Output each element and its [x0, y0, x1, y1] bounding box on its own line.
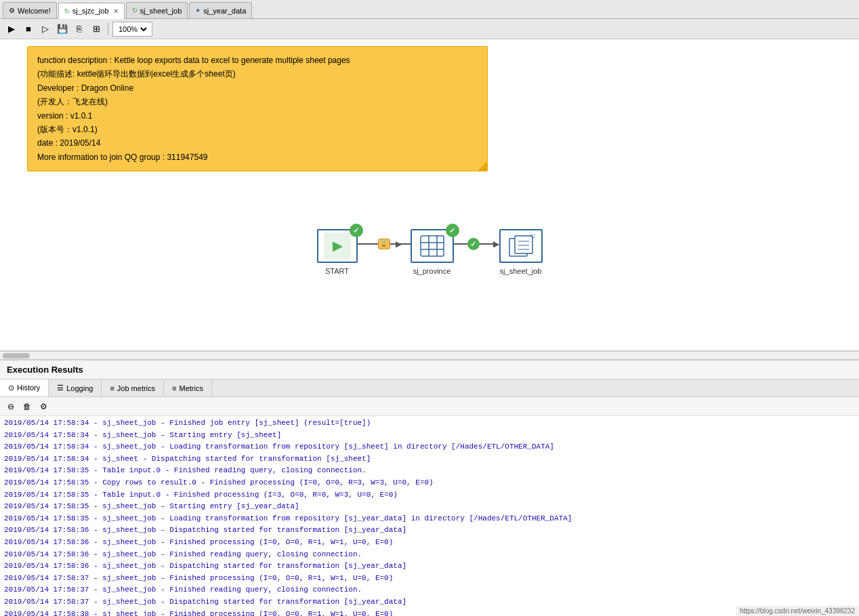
conn-line-2b [480, 243, 493, 245]
log-line-3: 2019/05/14 17:58:34 - sj_sheet - Dispatc… [4, 453, 855, 466]
job-metrics-tab-label: Job metrics [117, 384, 155, 392]
result-delete-button[interactable]: 🗑 [20, 400, 34, 413]
metrics-tab-label: Metrics [179, 384, 203, 392]
province-node[interactable]: ✓ sj_province [411, 229, 454, 275]
start-check-badge: ✓ [350, 224, 363, 237]
tab-bar: ⚙ Welcome! ↻ sj_sjzc_job ✕ ↻ sj_sheet_jo… [0, 0, 859, 19]
preview-button[interactable]: ▷ [38, 22, 53, 37]
desc-line6: (版本号：v1.0.1) [37, 123, 478, 136]
sheet-job-node-box: ⬡ [499, 229, 543, 263]
logging-tab-icon: ☰ [57, 384, 64, 392]
result-tabs: ⊙ History ☰ Logging ≡ Job metrics ≡ Metr… [0, 379, 859, 397]
log-line-11: 2019/05/14 17:58:36 - sj_sheet_job - Fin… [4, 549, 855, 561]
metrics-tab-icon: ≡ [172, 384, 176, 392]
connector-check: ✓ [467, 238, 480, 250]
log-line-9: 2019/05/14 17:58:36 - sj_sheet_job - Dis… [4, 525, 855, 537]
copy-button[interactable]: ⎘ [72, 22, 87, 37]
corner-fold [478, 161, 487, 171]
start-node-box: ▶ ✓ [317, 229, 358, 263]
province-node-box: ✓ [411, 229, 454, 263]
start-node[interactable]: ▶ ✓ START [317, 229, 358, 275]
sheet-tab-icon: ↻ [132, 7, 138, 14]
svg-rect-0 [421, 236, 444, 256]
tab-sjzc-close[interactable]: ✕ [113, 7, 119, 15]
log-line-0: 2019/05/14 17:58:34 - sj_sheet_job - Fin… [4, 417, 855, 430]
log-line-15: 2019/05/14 17:58:37 - sj_sheet_job - Dis… [4, 596, 855, 609]
tab-year-label: sj_year_data [203, 7, 246, 15]
tab-logging[interactable]: ☰ Logging [49, 379, 102, 396]
start-node-label: START [325, 267, 349, 275]
desc-line7: date : 2019/05/14 [37, 136, 478, 150]
toolbar-separator [108, 23, 108, 35]
result-settings-button[interactable]: ⚙ [37, 400, 50, 413]
log-line-12: 2019/05/14 17:58:36 - sj_sheet_job - Dis… [4, 560, 855, 573]
start-node-inner: ▶ [324, 232, 351, 260]
result-clear-button[interactable]: ⊖ [4, 400, 18, 413]
tab-sj-sheet-job[interactable]: ↻ sj_sheet_job [126, 2, 188, 18]
province-node-label: sj_province [413, 267, 451, 275]
execution-results: Execution Results ⊙ History ☰ Logging ≡ … [0, 359, 859, 616]
tab-sjzc-label: sj_sjzc_job [72, 7, 109, 15]
log-line-7: 2019/05/14 17:58:35 - sj_sheet_job - Sta… [4, 501, 855, 513]
toolbar: ▶ ■ ▷ 💾 ⎘ ⊞ 100% 50% 75% 125% 150% 200% [0, 19, 859, 39]
desc-line1: function description : Kettle loop expor… [37, 54, 478, 67]
log-line-5: 2019/05/14 17:58:35 - Copy rows to resul… [4, 477, 855, 489]
tab-metrics[interactable]: ≡ Metrics [164, 379, 212, 396]
log-line-4: 2019/05/14 17:58:35 - Table input.0 - Fi… [4, 465, 855, 477]
h-scrollbar[interactable] [0, 351, 859, 359]
settings-button[interactable]: ⊞ [89, 22, 104, 37]
sheet-job-node[interactable]: ⬡ sj_sheet_job [499, 229, 543, 275]
log-line-1: 2019/05/14 17:58:34 - sj_sheet_job - Sta… [4, 430, 855, 442]
tab-history[interactable]: ⊙ History [0, 379, 49, 396]
log-line-10: 2019/05/14 17:58:36 - sj_sheet_job - Fin… [4, 537, 855, 549]
log-line-13: 2019/05/14 17:58:37 - sj_sheet_job - Fin… [4, 573, 855, 585]
arrow-1: ▶ [396, 239, 402, 249]
tab-welcome-label: Welcome! [18, 7, 51, 15]
log-line-8: 2019/05/14 17:58:35 - sj_sheet_job - Loa… [4, 513, 855, 525]
tab-sj-sjzc-job[interactable]: ↻ sj_sjzc_job ✕ [58, 3, 125, 19]
province-icon [419, 234, 445, 258]
run-button[interactable]: ▶ [4, 22, 19, 37]
conn-line-1a [358, 243, 378, 245]
log-line-16: 2019/05/14 17:58:38 - sj_sheet_job - Fin… [4, 609, 855, 617]
save-button[interactable]: 💾 [55, 22, 70, 37]
history-tab-icon: ⊙ [8, 384, 14, 392]
history-tab-label: History [17, 384, 40, 392]
zoom-select[interactable]: 100% 50% 75% 125% 150% 200% [116, 24, 149, 34]
sheet-node-inner: ⬡ [508, 234, 534, 258]
execution-results-title: Execution Results [0, 361, 859, 379]
connector-2: ✓ ▶ [454, 238, 499, 250]
tab-sj-year-data[interactable]: ✦ sj_year_data [189, 2, 252, 18]
job-metrics-tab-icon: ≡ [110, 384, 114, 392]
province-check-badge: ✓ [446, 224, 459, 237]
zoom-control[interactable]: 100% 50% 75% 125% 150% 200% [112, 22, 152, 37]
log-content[interactable]: 2019/05/14 17:58:34 - sj_sheet_job - Fin… [0, 416, 859, 616]
desc-line3: Developer : Dragon Online [37, 81, 478, 95]
log-line-14: 2019/05/14 17:58:37 - sj_sheet_job - Fin… [4, 584, 855, 596]
description-box: function description : Kettle loop expor… [27, 46, 488, 171]
watermark: https://blog.csdn.net/weixin_43398232 [736, 606, 859, 616]
stop-button[interactable]: ■ [21, 22, 36, 37]
desc-line8: More information to join QQ group : 3119… [37, 150, 478, 164]
workflow-area: ▶ ✓ START 🔒 ▶ [0, 229, 859, 275]
tab-job-metrics[interactable]: ≡ Job metrics [102, 379, 164, 396]
h-scroll-thumb[interactable] [3, 353, 30, 358]
desc-line2: (功能描述: kettle循环导出数据到excel生成多个sheet页) [37, 67, 478, 81]
log-line-6: 2019/05/14 17:58:35 - Table input.0 - Fi… [4, 489, 855, 501]
arrow-2: ▶ [493, 239, 499, 249]
canvas-area: function description : Kettle loop expor… [0, 39, 859, 351]
log-line-2: 2019/05/14 17:58:34 - sj_sheet_job - Loa… [4, 441, 855, 453]
result-toolbar: ⊖ 🗑 ⚙ [0, 397, 859, 416]
desc-line5: version : v1.0.1 [37, 109, 478, 123]
desc-line4: (开发人：飞龙在线) [37, 95, 478, 108]
connector-1: 🔒 ▶ [358, 239, 411, 249]
tab-welcome[interactable]: ⚙ Welcome! [3, 2, 57, 18]
logging-tab-label: Logging [66, 384, 93, 392]
lock-icon: 🔒 [378, 239, 390, 249]
tab-sheet-label: sj_sheet_job [140, 7, 182, 15]
sheet-corner: ⬡ [530, 233, 535, 239]
province-node-inner [419, 234, 445, 258]
sheet-job-node-label: sj_sheet_job [500, 267, 542, 275]
welcome-icon: ⚙ [9, 7, 15, 14]
sjzc-icon: ↻ [64, 7, 70, 15]
